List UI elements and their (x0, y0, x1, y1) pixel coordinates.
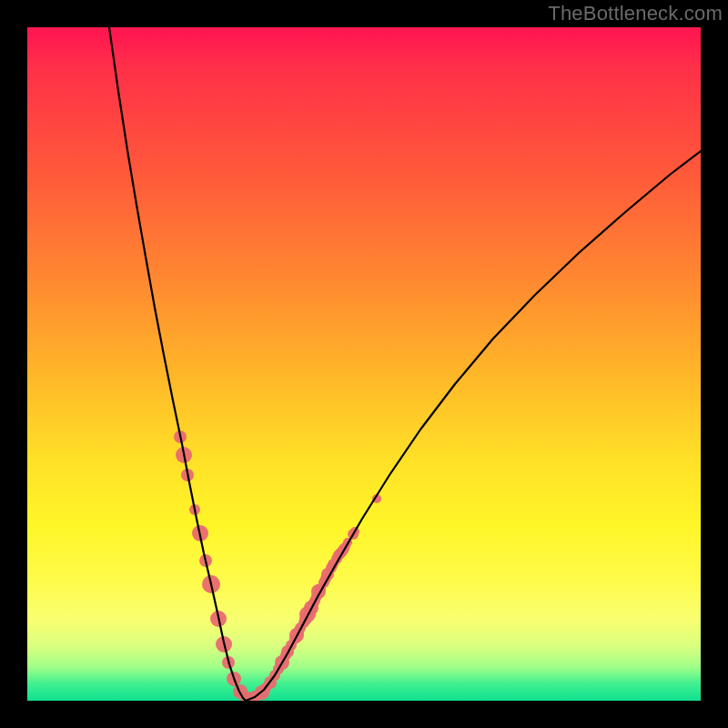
curve-group (109, 27, 701, 701)
chart-svg (27, 27, 701, 701)
watermark-text: TheBottleneck.com (548, 2, 723, 25)
chart-plot-area (27, 27, 701, 701)
curve-left-curve (109, 27, 246, 701)
markers-group (174, 430, 381, 701)
chart-frame: TheBottleneck.com (0, 0, 728, 728)
